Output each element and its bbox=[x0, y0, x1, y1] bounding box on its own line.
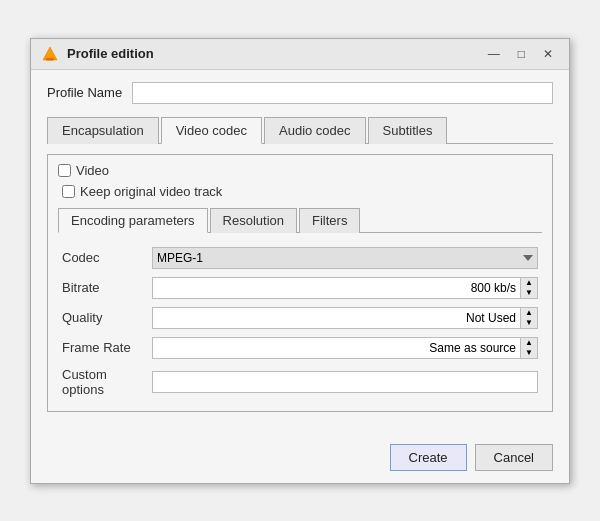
keep-original-label[interactable]: Keep original video track bbox=[62, 184, 222, 199]
quality-up-button[interactable]: ▲ bbox=[521, 308, 537, 318]
frame-rate-input[interactable] bbox=[152, 337, 520, 359]
tab-video-codec[interactable]: Video codec bbox=[161, 117, 262, 144]
codec-row: Codec MPEG-1 bbox=[58, 243, 542, 273]
main-tabs: Encapsulation Video codec Audio codec Su… bbox=[47, 116, 553, 144]
window-title: Profile edition bbox=[67, 46, 474, 61]
encoding-params-table: Codec MPEG-1 Bitrate bbox=[58, 243, 542, 401]
video-section: Video Keep original video track Encoding… bbox=[47, 154, 553, 412]
minimize-button[interactable]: — bbox=[482, 46, 506, 62]
tab-subtitles[interactable]: Subtitles bbox=[368, 117, 448, 144]
tab-audio-codec[interactable]: Audio codec bbox=[264, 117, 366, 144]
video-section-title: Video bbox=[76, 163, 109, 178]
keep-original-text: Keep original video track bbox=[80, 184, 222, 199]
codec-label: Codec bbox=[58, 243, 148, 273]
custom-options-row: Custom options bbox=[58, 363, 542, 401]
quality-spinner: ▲ ▼ bbox=[152, 307, 538, 329]
frame-rate-spinner: ▲ ▼ bbox=[152, 337, 538, 359]
svg-rect-1 bbox=[46, 58, 54, 61]
bitrate-spinner: ▲ ▼ bbox=[152, 277, 538, 299]
bitrate-input[interactable] bbox=[152, 277, 520, 299]
quality-field: ▲ ▼ bbox=[148, 303, 542, 333]
sub-tab-encoding-params[interactable]: Encoding parameters bbox=[58, 208, 208, 233]
video-checkbox-label[interactable]: Video bbox=[58, 163, 109, 178]
codec-select[interactable]: MPEG-1 bbox=[152, 247, 538, 269]
quality-spin-buttons: ▲ ▼ bbox=[520, 307, 538, 329]
profile-name-label: Profile Name bbox=[47, 85, 122, 100]
bitrate-down-button[interactable]: ▼ bbox=[521, 288, 537, 298]
video-section-legend: Video bbox=[58, 163, 542, 178]
frame-rate-down-button[interactable]: ▼ bbox=[521, 348, 537, 358]
quality-row: Quality ▲ ▼ bbox=[58, 303, 542, 333]
create-button[interactable]: Create bbox=[390, 444, 467, 471]
quality-label: Quality bbox=[58, 303, 148, 333]
bitrate-row: Bitrate ▲ ▼ bbox=[58, 273, 542, 303]
video-checkbox[interactable] bbox=[58, 164, 71, 177]
profile-name-input[interactable] bbox=[132, 82, 553, 104]
frame-rate-field: ▲ ▼ bbox=[148, 333, 542, 363]
keep-original-checkbox[interactable] bbox=[62, 185, 75, 198]
frame-rate-spin-buttons: ▲ ▼ bbox=[520, 337, 538, 359]
bitrate-label: Bitrate bbox=[58, 273, 148, 303]
title-bar: Profile edition — □ ✕ bbox=[31, 39, 569, 70]
main-window: Profile edition — □ ✕ Profile Name Encap… bbox=[30, 38, 570, 484]
window-controls: — □ ✕ bbox=[482, 46, 559, 62]
vlc-icon bbox=[41, 45, 59, 63]
footer: Create Cancel bbox=[31, 434, 569, 483]
bitrate-field: ▲ ▼ bbox=[148, 273, 542, 303]
keep-original-row: Keep original video track bbox=[58, 184, 542, 199]
profile-name-row: Profile Name bbox=[47, 82, 553, 104]
sub-tab-filters[interactable]: Filters bbox=[299, 208, 360, 233]
frame-rate-label: Frame Rate bbox=[58, 333, 148, 363]
bitrate-up-button[interactable]: ▲ bbox=[521, 278, 537, 288]
maximize-button[interactable]: □ bbox=[512, 46, 531, 62]
frame-rate-row: Frame Rate ▲ ▼ bbox=[58, 333, 542, 363]
custom-options-label: Custom options bbox=[58, 363, 148, 401]
sub-tab-resolution[interactable]: Resolution bbox=[210, 208, 297, 233]
frame-rate-up-button[interactable]: ▲ bbox=[521, 338, 537, 348]
custom-options-field bbox=[148, 363, 542, 401]
tab-encapsulation[interactable]: Encapsulation bbox=[47, 117, 159, 144]
quality-input[interactable] bbox=[152, 307, 520, 329]
bitrate-spin-buttons: ▲ ▼ bbox=[520, 277, 538, 299]
window-content: Profile Name Encapsulation Video codec A… bbox=[31, 70, 569, 434]
encoding-sub-tabs: Encoding parameters Resolution Filters bbox=[58, 207, 542, 233]
close-button[interactable]: ✕ bbox=[537, 46, 559, 62]
codec-field: MPEG-1 bbox=[148, 243, 542, 273]
custom-options-input[interactable] bbox=[152, 371, 538, 393]
quality-down-button[interactable]: ▼ bbox=[521, 318, 537, 328]
cancel-button[interactable]: Cancel bbox=[475, 444, 553, 471]
